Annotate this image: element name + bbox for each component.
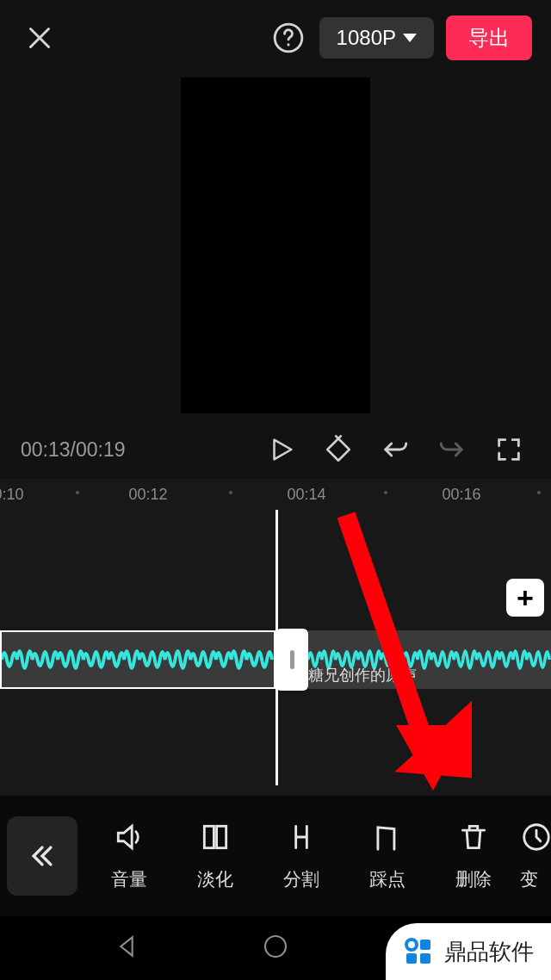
close-button[interactable] [19, 17, 60, 59]
preview-area[interactable] [0, 76, 551, 420]
nav-back-button[interactable] [113, 933, 140, 964]
tool-volume[interactable]: 音量 [86, 804, 172, 908]
waveform-icon [2, 632, 274, 687]
svg-rect-4 [217, 826, 226, 847]
fullscreen-button[interactable] [486, 426, 532, 473]
tool-label: 踩点 [369, 867, 406, 891]
play-button[interactable] [258, 426, 305, 473]
split-icon [285, 821, 318, 857]
watermark-text: 鼎品软件 [444, 937, 534, 967]
tool-beat[interactable]: 踩点 [344, 804, 430, 908]
fade-icon [199, 821, 232, 857]
undo-button[interactable] [372, 426, 418, 473]
tool-label: 音量 [111, 867, 147, 891]
toolbar-back-button[interactable] [7, 816, 77, 896]
tool-label: 淡化 [197, 867, 233, 891]
timeline[interactable]: + 糖兄创作的原声 [0, 510, 551, 823]
tool-label: 分割 [283, 867, 319, 891]
timeline-ruler[interactable]: 0:1000:1200:1400:16 [0, 479, 551, 510]
nav-home-button[interactable] [262, 933, 289, 964]
svg-point-8 [406, 940, 417, 950]
ruler-tick [537, 491, 541, 494]
bottom-toolbar: 音量淡化分割踩点删除变 [0, 796, 551, 916]
svg-rect-3 [204, 826, 214, 847]
tool-fade[interactable]: 淡化 [172, 804, 258, 908]
ruler-time-label: 00:12 [128, 486, 167, 504]
add-clip-button[interactable]: + [506, 579, 544, 617]
tool-label: 变 [520, 867, 538, 891]
svg-point-1 [287, 43, 289, 46]
beat-icon [371, 821, 404, 857]
ruler-time-label: 00:14 [287, 486, 325, 504]
playback-time: 00:13/00:19 [21, 438, 126, 462]
keyframe-button[interactable] [315, 426, 362, 473]
dropdown-icon [403, 34, 417, 42]
svg-rect-10 [406, 953, 417, 964]
resolution-label: 1080P [337, 26, 396, 50]
ruler-time-label: 00:16 [442, 486, 480, 504]
ruler-tick [229, 491, 232, 494]
tool-split[interactable]: 分割 [258, 804, 344, 908]
svg-rect-11 [420, 953, 430, 964]
watermark-logo-icon [401, 934, 436, 969]
svg-point-6 [265, 936, 286, 957]
redo-button [429, 426, 475, 473]
clip-label: 糖兄创作的原声 [308, 665, 417, 685]
speed-icon [520, 821, 551, 857]
ruler-time-label: 0:10 [0, 486, 24, 504]
resolution-selector[interactable]: 1080P [319, 17, 434, 59]
clip-trim-handle[interactable] [276, 629, 308, 691]
ruler-tick [384, 491, 387, 494]
tool-label: 删除 [455, 867, 492, 891]
help-button[interactable] [269, 19, 307, 57]
watermark: 鼎品软件 [386, 923, 551, 980]
tool-speed[interactable]: 变 [517, 804, 551, 908]
svg-rect-9 [420, 940, 430, 950]
volume-icon [113, 821, 145, 857]
ruler-tick [76, 491, 79, 494]
export-button[interactable]: 导出 [446, 16, 532, 60]
audio-clip-selected[interactable] [0, 630, 276, 689]
delete-icon [457, 821, 490, 857]
video-preview [181, 78, 370, 413]
tool-delete[interactable]: 删除 [430, 804, 517, 908]
